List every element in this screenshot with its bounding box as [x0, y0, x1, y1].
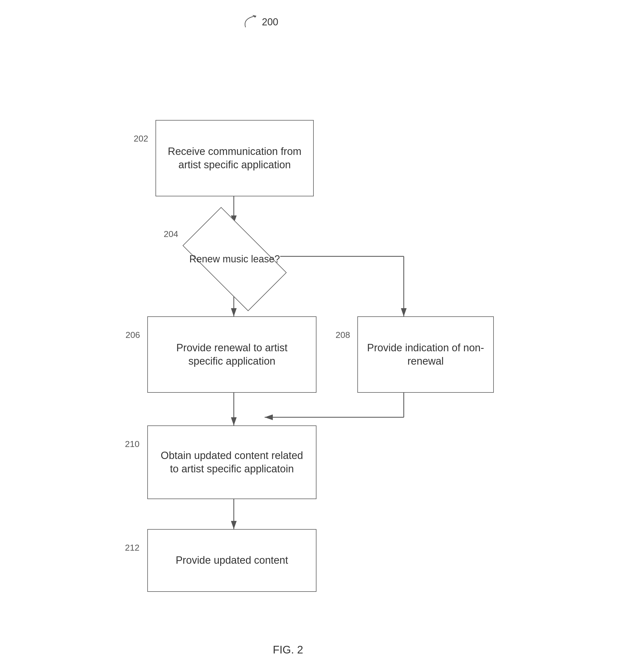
box-202: Receive communication from artist specif…: [156, 120, 314, 196]
label-206: 206: [126, 330, 140, 340]
ref-arrow-200: [237, 14, 270, 30]
fig-caption: FIG. 2: [273, 644, 303, 656]
box-208: Provide indication of non- renewal: [358, 316, 494, 393]
box-206: Provide renewal to artist specific appli…: [147, 316, 317, 393]
diamond-204-wrapper: Renew music lease?: [156, 224, 314, 294]
diagram-container: 200 Receive communication from artist sp…: [0, 0, 640, 672]
label-202: 202: [134, 134, 148, 144]
diamond-204-text: Renew music lease?: [189, 253, 280, 266]
box-212: Provide updated content: [147, 529, 317, 592]
label-212: 212: [125, 543, 140, 553]
arrows-svg: [0, 0, 640, 672]
label-204: 204: [164, 229, 178, 239]
box-210: Obtain updated content related to artist…: [147, 425, 317, 499]
label-208: 208: [336, 330, 350, 340]
label-210: 210: [125, 439, 140, 449]
